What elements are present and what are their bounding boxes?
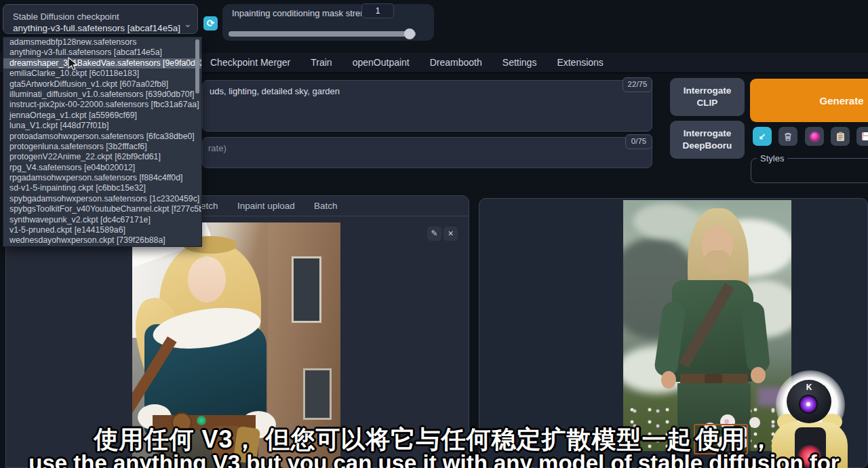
interrogate-clip-button[interactable]: Interrogate CLIP [670,78,745,116]
checkpoint-option[interactable]: synthwavepunk_v2.ckpt [dc4c67171e] [3,215,201,225]
checkpoint-option[interactable]: sd-v1-5-inpainting.ckpt [c6bbc15e32] [3,183,201,193]
checkpoint-option[interactable]: jennaOrtega_v1.ckpt [a55969cf69] [3,111,201,121]
checkpoint-option[interactable]: emiliaClarke_10.ckpt [6c0118e183] [3,69,201,79]
refresh-checkpoints-button[interactable]: ⟳ [203,16,218,31]
mask-strength-label: Inpainting conditioning mask strength [232,8,381,18]
negative-prompt-textarea[interactable]: rate) [202,137,652,168]
slider-handle[interactable] [404,28,415,39]
main-tab[interactable]: Extensions [557,57,603,68]
output-image[interactable] [623,200,791,451]
checkpoint-value: anything-v3-full.safetensors [abcaf14e5a… [13,23,180,33]
tab-inpaint-sketch-partial[interactable]: etch [201,201,218,211]
trash-icon [783,132,793,142]
prompt-token-counter: 22/75 [623,77,652,92]
main-tab[interactable]: Train [311,57,332,68]
checkpoint-option[interactable]: wednesdayohwxperson.ckpt [739f26b88a] [3,235,201,246]
checkpoint-option[interactable]: protoadamsohwxperson.safetensors [6fca38… [3,132,201,142]
floppy-disk-icon [861,132,868,141]
checkpoint-select[interactable]: Stable Diffusion checkpoint anything-v3-… [3,4,198,34]
styles-label: Styles [757,153,787,163]
edit-image-button[interactable]: ✎ [427,227,441,241]
mouse-cursor [68,57,78,71]
checkpoint-option[interactable]: anything-v3-full.safetensors [abcaf14e5a… [3,47,201,58]
interrogate-deepbooru-button[interactable]: Interrogate DeepBooru [670,121,745,159]
checkpoint-label: Stable Diffusion checkpoint [13,12,119,22]
styles-dropdown[interactable]: Styles [751,153,868,183]
close-icon: × [448,228,453,239]
chevron-down-icon: ⌄ [184,18,192,29]
checkpoint-option[interactable]: adamsmedbfp128new.safetensors [3,37,201,47]
extra-networks-icon [810,132,819,141]
paste-arrow-icon: ↙ [759,132,766,142]
main-tab[interactable]: openOutpaint [353,57,410,68]
checkpoint-option[interactable]: dreamshaper_331BakedVae.safetensors [9e9… [3,58,201,69]
main-tab[interactable]: Settings [502,57,537,68]
checkpoint-option[interactable]: spybgadamsohwxperson.safetensors [1c2320… [3,194,201,204]
refresh-icon: ⟳ [207,18,215,28]
subtitle-english: use the anything V3 but you can use it w… [0,450,868,468]
remove-image-button[interactable]: × [443,227,458,241]
apply-styles-button[interactable] [831,127,850,146]
checkpoint-option[interactable]: protogenV22Anime_22.ckpt [62bf9cfd61] [3,152,201,162]
checkpoint-option[interactable]: rpg_V4.safetensors [e04b020012] [3,163,201,173]
checkpoint-option[interactable]: protogenluna.safetensors [3b2fffacf6] [3,142,201,152]
negative-prompt-token-counter: 0/75 [625,134,652,149]
clipboard-icon [836,132,845,142]
avatar-eye-dot [806,402,810,406]
save-style-button[interactable] [856,127,868,146]
checkpoint-option[interactable]: gta5ArtworkDiffusion_v1.ckpt [607aa02fb8… [3,79,201,90]
avatar-letter: K [787,383,831,392]
mask-strength-value-input[interactable]: 1 [361,3,394,18]
checkpoint-option[interactable]: luna_V1.ckpt [448d77f01b] [3,121,201,131]
generate-button[interactable]: Generate [750,79,868,122]
mask-strength-slider[interactable] [229,31,416,37]
pencil-icon: ✎ [431,229,437,238]
checkpoint-option[interactable]: illuminati_diffusion_v1.0.safetensors [6… [3,90,201,100]
main-tab[interactable]: Checkpoint Merger [210,57,290,68]
checkpoint-dropdown-list: adamsmedbfp128new.safetensorsanything-v3… [3,37,202,247]
checkpoint-option[interactable]: v1-5-pruned.ckpt [e1441589a6] [3,225,201,235]
checkpoint-option[interactable]: spybgsToolkitFor_v40YoutubeChannel.ckpt … [3,204,201,214]
prompt-text: uds, lighting, detailed sky, garden [203,81,652,102]
tab-inpaint-upload[interactable]: Inpaint upload [237,201,295,211]
dropdown-scrollbar[interactable] [195,39,199,94]
extra-networks-button[interactable] [805,127,824,146]
paste-params-button[interactable]: ↙ [753,127,772,146]
checkpoint-option[interactable]: rpgadamsohwxperson.safetensors [f884c4ff… [3,173,201,183]
tab-batch[interactable]: Batch [314,201,338,211]
negative-prompt-placeholder: rate) [203,138,652,159]
main-tab[interactable]: Dreambooth [430,57,482,68]
clear-prompt-button[interactable] [778,127,797,146]
checkpoint-option[interactable]: instruct-pix2pix-00-22000.safetensors [f… [3,100,201,110]
prompt-textarea[interactable]: uds, lighting, detailed sky, garden [202,80,652,132]
